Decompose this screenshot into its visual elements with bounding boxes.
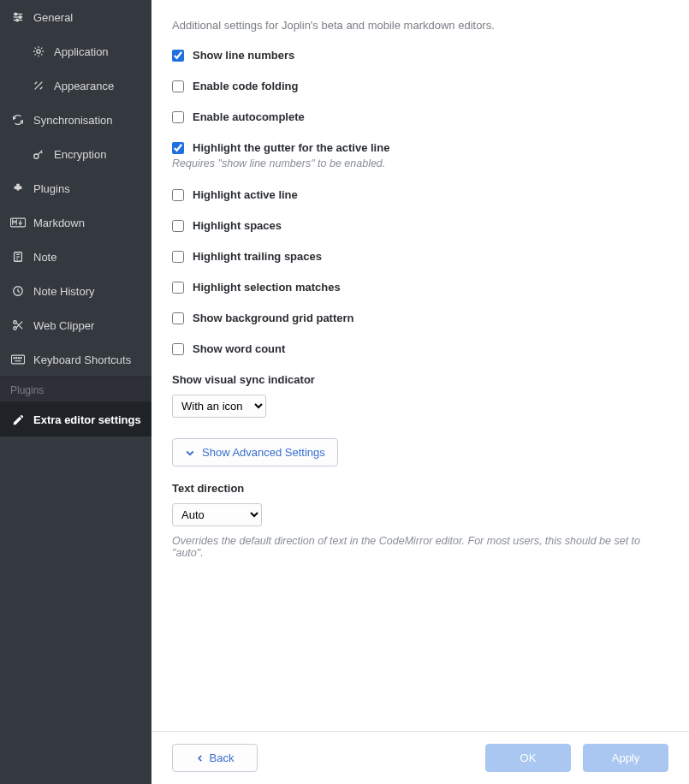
chevron-down-icon [185,448,195,458]
sidebar-item-application[interactable]: Application [0,34,151,68]
svg-point-18 [16,358,17,359]
markdown-icon [10,216,26,229]
sidebar-item-label: Extra editor settings [33,413,141,426]
keyboard-icon [10,353,26,366]
show-advanced-settings-button[interactable]: Show Advanced Settings [172,438,338,466]
apply-button-label: Apply [612,751,640,764]
settings-panel: Additional settings for Joplin's beta an… [151,0,689,784]
panel-description: Additional settings for Joplin's beta an… [172,19,668,32]
history-icon [10,284,26,298]
sidebar-item-note[interactable]: Note [0,240,151,274]
svg-point-20 [21,358,21,359]
sidebar-item-label: Encryption [54,148,106,161]
gear-icon [31,45,46,58]
setting-selectionMatches: Highlight selection matches [172,281,668,294]
ok-button-label: OK [520,751,537,764]
sidebar-item-label: Note History [33,285,95,298]
setting-autocomplete: Enable autocomplete [172,110,668,123]
help-gutterActive: Requires "show line numbers" to be enabl… [172,157,668,169]
setting-activeLine: Highlight active line [172,188,668,201]
checkbox-label-bgGrid[interactable]: Show background grid pattern [193,312,354,324]
sidebar-plugins-section-label: Plugins [0,377,151,402]
sidebar-item-keyboard-shortcuts[interactable]: Keyboard Shortcuts [0,342,151,377]
svg-point-6 [37,50,40,53]
setting-lineNumbers: Show line numbers [172,49,668,62]
sidebar-item-appearance[interactable]: Appearance [0,68,151,103]
sidebar-item-general[interactable]: General [0,0,151,34]
sidebar-item-label: Application [54,45,109,58]
checkbox-spaces[interactable] [172,220,184,232]
setting-bgGrid: Show background grid pattern [172,312,668,324]
tools-icon [31,79,46,92]
sidebar-item-markdown[interactable]: Markdown [0,205,151,240]
checkbox-label-wordCount[interactable]: Show word count [193,342,285,355]
checkbox-trailingSpaces[interactable] [172,251,184,263]
sidebar-item-synchronisation[interactable]: Synchronisation [0,103,151,137]
text-direction-help: Overrides the default direction of text … [172,535,668,559]
checkbox-label-activeLine[interactable]: Highlight active line [193,188,298,201]
back-button[interactable]: Back [172,744,258,772]
sidebar-item-web-clipper[interactable]: Web Clipper [0,308,151,342]
checkbox-label-trailingSpaces[interactable]: Highlight trailing spaces [193,250,322,263]
settings-content: Additional settings for Joplin's beta an… [151,0,689,731]
key-icon [31,147,46,161]
sidebar-item-label: Web Clipper [33,319,94,332]
sidebar-item-label: Appearance [54,80,114,92]
sidebar-item-note-history[interactable]: Note History [0,274,151,308]
setting-spaces: Highlight spaces [172,219,668,232]
sidebar-item-label: Note [33,251,56,264]
setting-wordCount: Show word count [172,342,668,355]
checkbox-selectionMatches[interactable] [172,282,184,294]
scissors-icon [10,318,26,332]
settings-sidebar: General Application Appearance Synchroni… [0,0,151,784]
checkbox-label-lineNumbers[interactable]: Show line numbers [193,49,294,62]
back-button-label: Back [210,751,235,764]
checkbox-label-spaces[interactable]: Highlight spaces [193,219,282,232]
sync-indicator-label: Show visual sync indicator [172,373,668,386]
sync-indicator-select[interactable]: With an icon [172,395,266,418]
ok-button[interactable]: OK [485,744,571,772]
sidebar-item-plugins[interactable]: Plugins [0,171,151,205]
sidebar-item-label: Markdown [33,217,85,229]
show-advanced-settings-label: Show Advanced Settings [202,446,325,459]
edit-icon [10,413,26,426]
sidebar-item-extra-editor-settings[interactable]: Extra editor settings [0,402,151,437]
chevron-left-icon [196,753,205,763]
sidebar-item-label: Plugins [33,182,70,195]
sync-icon [10,113,26,127]
setting-trailingSpaces: Highlight trailing spaces [172,250,668,263]
checkbox-lineNumbers[interactable] [172,50,184,62]
svg-point-19 [18,358,19,359]
plug-icon [10,181,26,195]
footer-bar: Back OK Apply [151,731,689,784]
checkbox-bgGrid[interactable] [172,312,184,324]
svg-point-3 [15,13,17,15]
checkbox-wordCount[interactable] [172,343,184,355]
sliders-icon [10,10,26,24]
text-direction-select[interactable]: Auto [172,503,262,526]
setting-codeFolding: Enable code folding [172,80,668,92]
text-direction-label: Text direction [172,482,668,495]
svg-point-5 [16,19,19,21]
sidebar-item-label: Keyboard Shortcuts [33,353,131,366]
note-icon [10,250,26,264]
sidebar-item-encryption[interactable]: Encryption [0,137,151,171]
svg-point-17 [14,358,15,359]
checkbox-label-autocomplete[interactable]: Enable autocomplete [193,110,305,123]
sidebar-item-label: Synchronisation [33,114,113,127]
checkbox-label-codeFolding[interactable]: Enable code folding [193,80,299,92]
sidebar-item-label: General [33,11,73,24]
checkbox-autocomplete[interactable] [172,111,184,123]
svg-rect-16 [11,355,24,364]
checkbox-codeFolding[interactable] [172,80,184,92]
checkbox-gutterActive[interactable] [172,142,184,154]
checkbox-label-selectionMatches[interactable]: Highlight selection matches [193,281,341,294]
checkbox-label-gutterActive[interactable]: Highlight the gutter for the active line [193,141,389,154]
setting-gutterActive: Highlight the gutter for the active line [172,141,668,154]
apply-button[interactable]: Apply [583,744,668,772]
svg-point-14 [14,327,17,330]
svg-point-15 [14,321,17,324]
checkbox-activeLine[interactable] [172,189,184,201]
svg-point-4 [19,16,21,19]
